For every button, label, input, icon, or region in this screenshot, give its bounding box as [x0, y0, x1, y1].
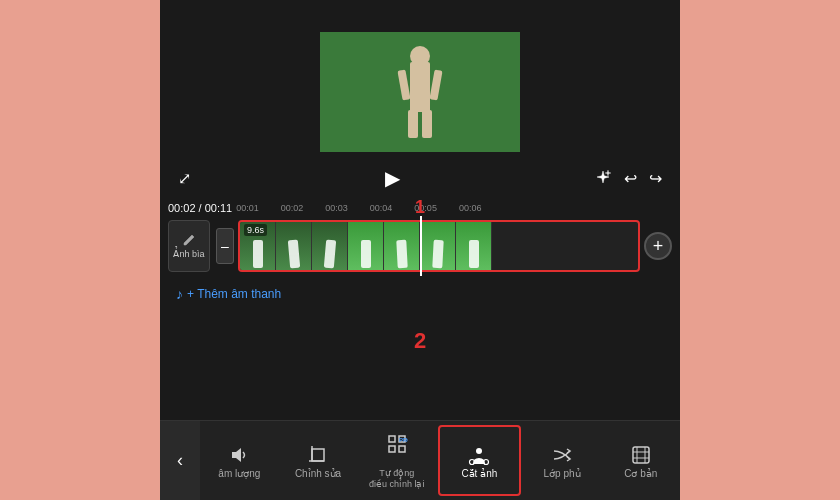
bottom-toolbar: ‹ âm lượng — [160, 420, 680, 500]
cover-thumb[interactable]: Ảnh bìa — [168, 220, 210, 272]
toolbar-item-chinh-sua[interactable]: Chỉnh sửa — [279, 421, 358, 500]
person-cut-icon — [468, 444, 490, 466]
frame-cell-4 — [348, 222, 384, 270]
ruler-mark-1: 00:01 — [236, 203, 259, 213]
auto-adjust-icon: PRO — [386, 433, 408, 455]
svg-point-2 — [410, 46, 430, 66]
control-right: ↩ ↪ — [592, 167, 664, 190]
svg-rect-5 — [408, 110, 418, 138]
back-button[interactable]: ‹ — [160, 421, 200, 500]
add-sound-label: + Thêm âm thanh — [187, 287, 281, 301]
ruler-mark-4: 00:04 — [370, 203, 393, 213]
ruler-mark-6: 00:06 — [459, 203, 482, 213]
volume-icon — [228, 444, 250, 466]
edit-icon — [182, 233, 196, 247]
toolbar-item-co-ban[interactable]: Cơ bản — [601, 421, 680, 500]
track-minus-button[interactable]: – — [216, 228, 234, 264]
label-number-1: 1 — [415, 200, 425, 216]
track-add-button[interactable]: + — [644, 232, 672, 260]
magic-button[interactable] — [592, 167, 614, 189]
toolbar-item-tu-dong[interactable]: PRO Tự động điều chỉnh lại — [357, 421, 436, 500]
svg-rect-11 — [389, 436, 395, 442]
svg-rect-13 — [389, 446, 395, 452]
svg-rect-1 — [410, 62, 430, 112]
toolbar-label-chinh-sua: Chỉnh sửa — [295, 468, 341, 480]
expand-button[interactable]: ⤢ — [176, 167, 193, 190]
spacer: 2 — [160, 308, 680, 420]
track-area: Ảnh bìa – 9.6s — [160, 216, 680, 276]
control-left: ⤢ — [176, 167, 193, 190]
playback-controls: ⤢ ▶ ↩ ↪ — [160, 160, 680, 196]
toolbar-item-am-luong[interactable]: âm lượng — [200, 421, 279, 500]
svg-rect-6 — [422, 110, 432, 138]
phone-container: ⤢ ▶ ↩ ↪ 00:02 / 00:11 00:01 00:02 00:0 — [160, 0, 680, 500]
timeline-ruler-track: 00:01 00:02 00:03 00:04 00:05 00:06 — [236, 203, 503, 213]
shuffle-icon — [551, 444, 573, 466]
green-screen-preview — [320, 32, 520, 152]
svg-text:PRO: PRO — [399, 437, 408, 443]
redo-button[interactable]: ↪ — [647, 167, 664, 190]
video-frames — [240, 222, 638, 270]
video-track[interactable]: 9.6s — [238, 220, 640, 272]
toolbar-items: âm lượng Chỉnh sửa — [200, 421, 680, 500]
toolbar-label-co-ban: Cơ bản — [624, 468, 657, 480]
ruler-mark-2: 00:02 — [281, 203, 304, 213]
undo-button[interactable]: ↩ — [622, 167, 639, 190]
duration-badge: 9.6s — [244, 224, 267, 236]
frame-cell-2 — [276, 222, 312, 270]
ruler-mark-3: 00:03 — [325, 203, 348, 213]
svg-marker-7 — [232, 448, 241, 462]
frame-cell-6 — [420, 222, 456, 270]
svg-rect-8 — [312, 449, 324, 461]
toolbar-item-cat-anh[interactable]: Cắt ảnh — [438, 425, 521, 496]
play-button[interactable]: ▶ — [385, 166, 400, 190]
frame-cell-7 — [456, 222, 492, 270]
label-number-2: 2 — [414, 328, 426, 354]
toolbar-label-tu-dong: Tự động điều chỉnh lại — [369, 457, 425, 489]
timeline-area: 00:02 / 00:11 00:01 00:02 00:03 00:04 00… — [160, 196, 680, 280]
frame-cell-5 — [384, 222, 420, 270]
timeline-ruler[interactable]: 00:02 / 00:11 00:01 00:02 00:03 00:04 00… — [160, 200, 680, 216]
preview-area — [160, 0, 680, 160]
svg-point-16 — [476, 448, 482, 454]
toolbar-item-lop-phu[interactable]: Lớp phủ — [523, 421, 602, 500]
basic-icon — [630, 444, 652, 466]
toolbar-label-lop-phu: Lớp phủ — [544, 468, 581, 480]
cover-label: Ảnh bìa — [173, 249, 204, 259]
svg-rect-19 — [633, 447, 649, 463]
current-time: 00:02 / 00:11 — [168, 202, 232, 214]
svg-rect-14 — [399, 446, 405, 452]
add-sound-button[interactable]: ♪ + Thêm âm thanh — [160, 280, 680, 308]
toolbar-label-cat-anh: Cắt ảnh — [461, 468, 497, 480]
toolbar-label-am-luong: âm lượng — [218, 468, 260, 480]
frame-cell-3 — [312, 222, 348, 270]
add-sound-icon: ♪ — [176, 286, 183, 302]
preview-figure — [320, 32, 520, 152]
crop-icon — [307, 444, 329, 466]
